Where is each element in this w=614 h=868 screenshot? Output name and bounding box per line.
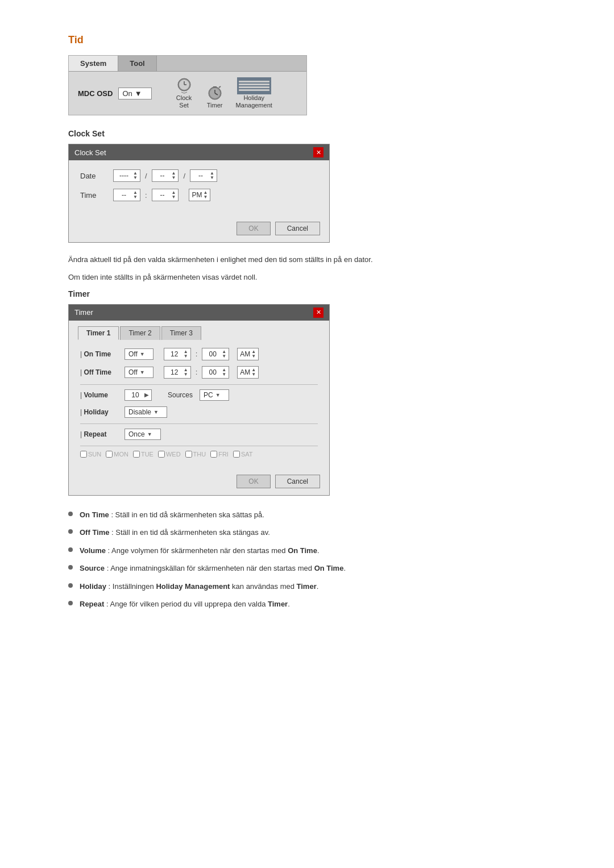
date-spinbox-3[interactable]: -- ▲▼ xyxy=(190,169,217,182)
tab-tool[interactable]: Tool xyxy=(118,56,156,71)
date-value-1: ---- xyxy=(116,172,132,180)
day-sat[interactable]: SAT xyxy=(233,451,253,458)
bullet-volume: Volume : Ange volymen för skärmenheten n… xyxy=(68,545,546,556)
timer-ok-button[interactable]: OK xyxy=(237,475,270,488)
timer-divider-2 xyxy=(80,423,318,424)
date-value-3: -- xyxy=(193,172,209,180)
wed-checkbox[interactable] xyxy=(158,451,165,458)
tab-system[interactable]: System xyxy=(69,56,118,71)
clock-set-close-button[interactable]: ✕ xyxy=(313,147,323,157)
holiday-icon-item[interactable]: HolidayManagement xyxy=(236,77,272,109)
mon-checkbox[interactable] xyxy=(106,451,113,458)
off-time-min-spinbox[interactable]: 00 ▲▼ xyxy=(202,366,229,379)
holiday-dropdown[interactable]: Disable ▼ xyxy=(125,406,167,418)
timer-icon-item[interactable]: Timer xyxy=(205,85,225,109)
on-time-hour-arrows[interactable]: ▲▼ xyxy=(184,350,188,359)
repeat-dropdown-arrow-icon: ▼ xyxy=(147,431,152,437)
sun-label: SUN xyxy=(88,451,101,458)
clock-set-icon-item[interactable]: ClockSet xyxy=(175,77,194,109)
am-pm-arrows[interactable]: ▲▼ xyxy=(203,190,208,200)
bullet-dot-6 xyxy=(68,601,73,605)
sat-label: SAT xyxy=(241,451,253,458)
off-time-ampm-spinbox[interactable]: AM ▲▼ xyxy=(237,366,259,379)
on-time-min-arrows[interactable]: ▲▼ xyxy=(222,350,226,359)
thu-checkbox[interactable] xyxy=(185,451,192,458)
date-arrows-2[interactable]: ▲▼ xyxy=(172,171,176,180)
fri-checkbox[interactable] xyxy=(210,451,217,458)
time-spinbox-2[interactable]: -- ▲▼ xyxy=(152,189,179,201)
timer-divider-1 xyxy=(80,384,318,385)
date-spinbox-2[interactable]: -- ▲▼ xyxy=(152,169,179,182)
on-time-ampm-spinbox[interactable]: AM ▲▼ xyxy=(237,348,259,360)
off-time-hour-spinbox[interactable]: 12 ▲▼ xyxy=(164,366,191,379)
on-time-status-dropdown[interactable]: Off ▼ xyxy=(125,348,154,360)
on-time-min-spinbox[interactable]: 00 ▲▼ xyxy=(202,348,229,360)
off-time-dropdown-arrow: ▼ xyxy=(140,369,145,375)
time-spinbox-1[interactable]: -- ▲▼ xyxy=(113,189,140,201)
sun-checkbox[interactable] xyxy=(80,451,87,458)
repeat-dropdown[interactable]: Once ▼ xyxy=(125,429,161,440)
date-arrows-3[interactable]: ▲▼ xyxy=(210,171,214,180)
off-time-min: 00 xyxy=(205,368,221,376)
repeat-label: Repeat xyxy=(80,430,120,438)
timer-tab-3[interactable]: Timer 3 xyxy=(161,326,201,340)
bullet-on-time-text: On Time : Ställ in en tid då skärmenhete… xyxy=(80,509,264,521)
bullet-on-time: On Time : Ställ in en tid då skärmenhete… xyxy=(68,509,546,521)
timer-close-button[interactable]: ✕ xyxy=(313,308,323,318)
timer-cancel-button[interactable]: Cancel xyxy=(275,475,320,488)
mdc-osd-label: MDC OSD xyxy=(78,89,113,98)
am-pm-spinbox[interactable]: PM ▲▼ xyxy=(189,189,210,201)
off-time-min-arrows[interactable]: ▲▼ xyxy=(222,368,226,377)
on-time-ampm-arrows[interactable]: ▲▼ xyxy=(251,350,256,359)
day-mon[interactable]: MON xyxy=(106,451,128,458)
sources-value: PC xyxy=(204,391,213,399)
off-time-status: Off xyxy=(128,368,138,376)
on-time-dropdown-arrow: ▼ xyxy=(140,351,145,357)
off-time-ampm-arrows[interactable]: ▲▼ xyxy=(251,368,256,377)
holiday-icon xyxy=(237,77,271,94)
on-dropdown[interactable]: On ▼ xyxy=(118,88,151,99)
clock-set-label: ClockSet xyxy=(176,94,192,109)
off-time-colon: : xyxy=(196,368,198,376)
sources-dropdown[interactable]: PC ▼ xyxy=(200,389,229,401)
date-label: Date xyxy=(80,172,109,180)
time-arrows-2[interactable]: ▲▼ xyxy=(172,190,176,200)
mon-label: MON xyxy=(114,451,128,458)
clock-cancel-button[interactable]: Cancel xyxy=(275,222,320,235)
sources-dropdown-arrow-icon: ▼ xyxy=(215,392,221,398)
clock-desc-2: Om tiden inte ställts in på skärmenheten… xyxy=(68,272,546,284)
bullet-holiday-text: Holiday : Inställningen Holiday Manageme… xyxy=(80,581,318,592)
timer-icon xyxy=(205,85,225,102)
timer-tab-1[interactable]: Timer 1 xyxy=(78,326,119,340)
repeat-value: Once xyxy=(128,430,145,438)
off-time-hour-arrows[interactable]: ▲▼ xyxy=(184,368,188,377)
day-wed[interactable]: WED xyxy=(158,451,181,458)
timer-subtitle: Timer xyxy=(68,289,546,298)
day-thu[interactable]: THU xyxy=(185,451,206,458)
tue-label: TUE xyxy=(141,451,154,458)
clock-ok-button[interactable]: OK xyxy=(237,222,270,235)
bullet-repeat: Repeat : Ange för vilken period du vill … xyxy=(68,599,546,610)
svg-line-9 xyxy=(219,86,221,88)
off-time-hour: 12 xyxy=(167,368,182,376)
on-time-hour-spinbox[interactable]: 12 ▲▼ xyxy=(164,348,191,360)
page-title: Tid xyxy=(68,34,546,46)
bullet-dot-5 xyxy=(68,583,73,588)
day-sun[interactable]: SUN xyxy=(80,451,101,458)
off-time-label: Off Time xyxy=(80,368,120,376)
date-arrows-1[interactable]: ▲▼ xyxy=(133,171,138,180)
thu-label: THU xyxy=(193,451,206,458)
day-tue[interactable]: TUE xyxy=(133,451,154,458)
day-fri[interactable]: FRI xyxy=(210,451,229,458)
timer-tab-2[interactable]: Timer 2 xyxy=(120,326,160,340)
date-sep-2: / xyxy=(183,172,185,180)
clock-set-dialog: Clock Set ✕ Date ---- ▲▼ / -- ▲▼ / -- ▲▼ xyxy=(68,144,330,243)
clock-desc-1: Ändra aktuell tid på den valda skärmenhe… xyxy=(68,254,546,266)
volume-value-box[interactable]: 10 ▶ xyxy=(125,389,152,401)
time-arrows-1[interactable]: ▲▼ xyxy=(133,190,138,200)
off-time-status-dropdown[interactable]: Off ▼ xyxy=(125,367,154,378)
tue-checkbox[interactable] xyxy=(133,451,140,458)
date-value-2: -- xyxy=(155,172,171,180)
date-spinbox-1[interactable]: ---- ▲▼ xyxy=(113,169,140,182)
sat-checkbox[interactable] xyxy=(233,451,240,458)
